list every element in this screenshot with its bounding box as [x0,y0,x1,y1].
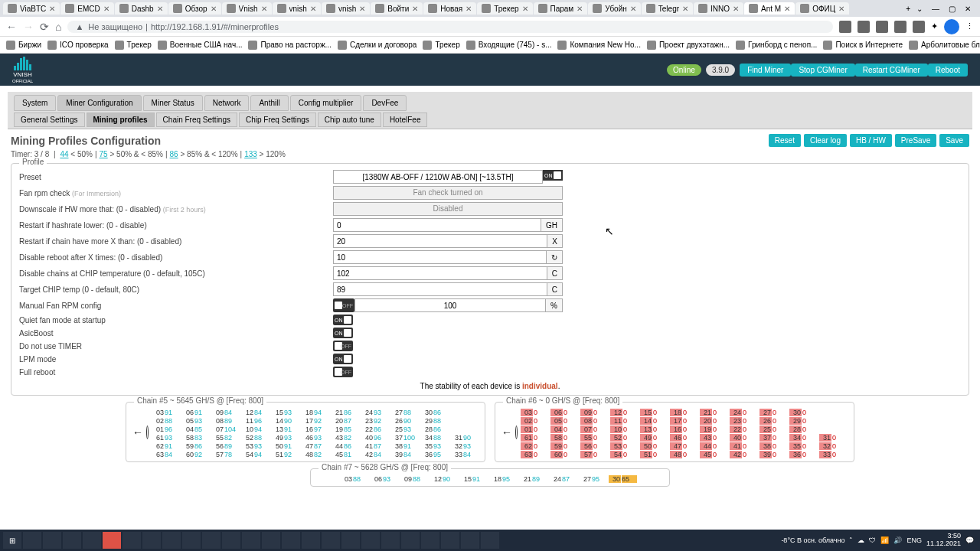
chip-cell[interactable]: 2886 [420,425,449,433]
chip-cell[interactable]: 300 [789,409,818,416]
extension-icon[interactable] [839,21,851,33]
lpm-toggle[interactable] [333,354,353,364]
reload-button[interactable]: ⟳ [40,21,49,33]
asicboost-toggle[interactable] [333,328,353,338]
chip-cell[interactable]: 5582 [211,434,240,442]
downscale-status[interactable]: Disabled [333,202,563,216]
manual-fan-toggle[interactable] [333,298,354,312]
chip-cell[interactable]: 440 [700,442,728,450]
chip-cell[interactable]: 1593 [271,409,299,416]
chip-cell[interactable]: 2392 [361,417,389,425]
taskbar-app[interactable] [421,532,439,549]
chip-cell[interactable]: 500 [640,442,668,450]
tab-close-icon[interactable]: ✕ [682,5,688,13]
chip-cell[interactable]: 100 [610,425,639,433]
chip-cell[interactable]: 5288 [241,434,270,442]
taskbar-app[interactable] [441,532,459,549]
chip-cell[interactable]: 540 [610,451,639,458]
chip-cell[interactable]: 290 [789,417,818,425]
chip-cell[interactable]: 0485 [181,425,210,433]
chip-cell[interactable]: 1894 [301,409,329,416]
save-button[interactable]: Save [939,134,969,147]
tab-close-icon[interactable]: ✕ [211,5,217,13]
bookmark-item[interactable]: Сделки и договора [338,41,417,50]
tab-close-icon[interactable]: ✕ [103,5,109,13]
chip-cell[interactable]: 5689 [211,442,240,450]
bookmark-item[interactable]: Арболитовые бло... [909,41,980,50]
taskbar-app[interactable] [322,532,340,549]
chip-cell[interactable]: 270 [760,409,788,416]
tab-network[interactable]: Network [204,95,250,111]
subtab-hotelfee[interactable]: HotelFee [383,112,428,127]
subtab-chip-auto-tune[interactable]: Chip auto tune [318,112,381,127]
chain-prev-icon[interactable]: ← [132,426,143,439]
chip-cell[interactable]: 470 [670,442,698,450]
chip-cell[interactable]: 1284 [241,409,270,416]
browser-tab[interactable]: Трекер✕ [477,2,532,15]
chip-cell[interactable]: 1094 [241,425,270,433]
window-maximize-icon[interactable]: ▢ [949,5,956,13]
home-button[interactable]: ⌂ [55,21,61,33]
reset-button[interactable]: Reset [769,134,801,147]
taskbar-app[interactable] [63,532,81,549]
browser-tab[interactable]: Войти✕ [371,2,423,15]
chip-cell[interactable]: 5192 [271,451,299,458]
chip-cell[interactable]: 3293 [450,442,479,450]
profile-avatar[interactable] [944,19,959,34]
chip-cell[interactable]: 580 [550,434,579,442]
taskbar-app[interactable] [83,532,101,549]
chip-cell[interactable]: 050 [550,417,579,425]
chip-cell[interactable]: 3695 [420,451,449,458]
browser-tab[interactable]: Dashb✕ [115,2,168,15]
tab-miner-configuration[interactable]: Miner Configuration [57,95,141,111]
tab-close-icon[interactable]: ✕ [359,5,365,13]
tab-close-icon[interactable]: ✕ [157,5,163,13]
chip-cell[interactable]: 340 [789,434,818,442]
chip-cell[interactable]: 570 [580,451,609,458]
taskbar-app[interactable] [103,532,121,549]
taskbar-app[interactable] [341,532,360,549]
subtab-chip-freq-settings[interactable]: Chip Freq Settings [239,112,316,127]
chip-cell[interactable]: 2186 [331,409,359,416]
chip-cell[interactable]: 170 [670,417,698,425]
taskbar-app[interactable] [361,532,380,549]
chip-cell[interactable]: 240 [730,409,758,416]
chip-cell[interactable]: 6193 [152,434,180,442]
preset-toggle[interactable] [543,170,563,181]
browser-menu-icon[interactable]: ⋮ [965,21,974,31]
chip-cell[interactable]: 520 [610,434,639,442]
tab-system[interactable]: System [14,95,56,111]
browser-tab[interactable]: vnish✕ [322,2,370,15]
taskbar-app[interactable] [202,532,220,549]
chip-cell[interactable]: 0196 [152,425,180,433]
chip-cell[interactable]: 2493 [361,409,389,416]
bookmark-item[interactable]: ICO проверка [47,41,109,50]
browser-tab[interactable]: Обзор✕ [168,2,221,15]
refresh-icon[interactable]: ↻ [547,250,563,264]
extension-icon[interactable] [858,21,870,33]
taskbar-app[interactable] [282,532,300,549]
quiet-toggle[interactable] [333,315,353,325]
chip-cell[interactable]: 320 [819,442,848,450]
chip-cell[interactable]: 090 [580,409,609,416]
language-indicator[interactable]: ENG [906,536,922,544]
chip-cell[interactable]: 3984 [390,451,419,458]
browser-tab[interactable]: Новая✕ [423,2,476,15]
chip-cell[interactable]: 5494 [241,451,270,458]
chip-cell[interactable]: 2788 [390,409,419,416]
chip-cell[interactable]: 400 [730,434,758,442]
chip-cell[interactable]: 07104 [211,425,240,433]
bookmark-item[interactable]: Гринборд с пеноп... [736,41,817,50]
stop-cgminer-button[interactable]: Stop CGMiner [791,64,854,77]
chip-cell[interactable]: 450 [700,451,728,458]
chip-cell[interactable]: 060 [550,409,579,416]
chip-cell[interactable]: 2690 [390,417,419,425]
chip-cell[interactable]: 260 [760,417,788,425]
chip-cell[interactable]: 380 [760,442,788,450]
chip-cell[interactable]: 5986 [181,442,210,450]
window-minimize-icon[interactable]: — [932,5,939,13]
chip-cell[interactable]: 600 [550,451,579,458]
extension-icon[interactable] [876,21,888,33]
back-button[interactable]: ← [6,21,17,33]
chip-cell[interactable]: 510 [640,451,668,458]
